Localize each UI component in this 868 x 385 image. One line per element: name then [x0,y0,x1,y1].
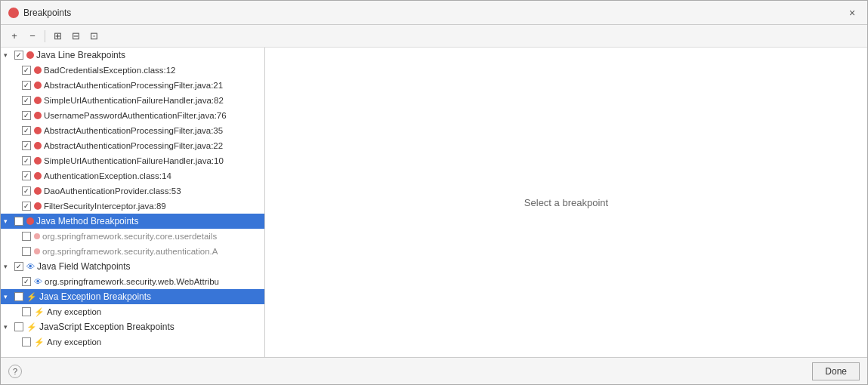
group-java-exception[interactable]: ▾ ⚡ Java Exception Breakpoints [1,289,264,304]
java-method-checkbox[interactable] [14,217,23,226]
red-dot-icon [34,233,40,239]
select-breakpoint-text: Select a breakpoint [524,197,608,208]
eye-icon: 👁 [34,277,42,286]
item-checkbox[interactable] [22,277,31,286]
item-checkbox[interactable] [22,111,31,120]
chevron-icon: ▾ [4,217,11,225]
item-checkbox[interactable] [22,186,31,196]
title-icon [8,8,19,18]
list-item[interactable]: AuthenticationException.class:14 [1,168,264,183]
list-item[interactable]: ⚡ Any exception [1,334,264,350]
red-dot-icon [34,248,40,254]
java-line-label: Java Line Breakpoints [36,50,125,60]
item-checkbox[interactable] [22,81,31,90]
red-dot-icon [34,172,42,180]
js-exception-checkbox[interactable] [14,322,23,331]
item-label: Any exception [47,307,101,316]
item-checkbox[interactable] [22,141,31,150]
item-checkbox[interactable] [22,96,31,105]
list-item[interactable]: AbstractAuthenticationProcessingFilter.j… [1,123,264,138]
red-dot-icon [34,127,42,134]
remove-button[interactable]: − [25,29,40,44]
toolbar: + − ⊞ ⊟ ⊡ [1,25,867,48]
red-dot-icon [34,97,42,104]
red-dot-icon [34,82,42,89]
list-item[interactable]: AbstractAuthenticationProcessingFilter.j… [1,78,264,93]
toolbar-separator [45,30,45,42]
group-java-line[interactable]: ▾ Java Line Breakpoints [1,48,264,63]
item-label: org.springframework.security.authenticat… [42,247,218,256]
group-button[interactable]: ⊞ [50,29,65,44]
list-item[interactable]: org.springframework.security.authenticat… [1,244,264,259]
eye-icon: 👁 [26,262,35,271]
item-checkbox[interactable] [22,66,31,75]
breakpoints-tree: ▾ Java Line Breakpoints BadCredentialsEx… [1,48,265,357]
chevron-icon: ▾ [4,263,11,270]
main-content: ▾ Java Line Breakpoints BadCredentialsEx… [1,48,867,357]
item-label: org.springframework.security.core.userde… [42,232,217,241]
java-field-checkbox[interactable] [14,262,23,271]
red-dot-icon [34,142,42,149]
red-dot-icon [34,157,42,165]
item-label: Any exception [47,337,101,346]
list-item[interactable]: ⚡ Any exception [1,304,264,319]
link-button[interactable]: ⊡ [86,29,101,44]
list-item[interactable]: BadCredentialsException.class:12 [1,63,264,78]
item-label: AuthenticationException.class:14 [44,171,171,180]
group-java-field[interactable]: ▾ 👁 Java Field Watchpoints [1,259,264,274]
lightning-plus-icon: ⚡ [34,307,45,317]
add-button[interactable]: + [7,29,22,44]
lightning-icon: ⚡ [34,337,45,347]
bottom-bar: ? Done [1,357,867,384]
js-exception-label: JavaScript Exception Breakpoints [39,322,175,332]
red-dot-icon [26,51,34,59]
java-field-label: Java Field Watchpoints [37,261,131,272]
item-label: DaoAuthenticationProvider.class:53 [44,186,181,196]
item-checkbox[interactable] [22,232,31,241]
list-item[interactable]: org.springframework.security.core.userde… [1,229,264,244]
group-java-method[interactable]: ▾ Java Method Breakpoints [1,214,264,229]
item-label: AbstractAuthenticationProcessingFilter.j… [44,126,223,135]
right-panel: Select a breakpoint [265,48,867,357]
chevron-icon: ▾ [4,323,11,331]
red-dot-icon [34,202,42,210]
list-item[interactable]: SimpleUrlAuthenticationFailureHandler.ja… [1,153,264,168]
list-item[interactable]: AbstractAuthenticationProcessingFilter.j… [1,138,264,153]
list-item[interactable]: DaoAuthenticationProvider.class:53 [1,183,264,199]
list-item[interactable]: FilterSecurityInterceptor.java:89 [1,199,264,214]
item-checkbox[interactable] [22,337,31,346]
item-checkbox[interactable] [22,156,31,165]
java-exception-label: Java Exception Breakpoints [39,291,151,302]
item-label: AbstractAuthenticationProcessingFilter.j… [44,81,223,90]
item-label: SimpleUrlAuthenticationFailureHandler.ja… [44,96,224,105]
item-label: FilterSecurityInterceptor.java:89 [44,202,166,211]
list-item[interactable]: 👁 org.springframework.security.web.WebAt… [1,274,264,289]
item-checkbox[interactable] [22,307,31,316]
item-label: AbstractAuthenticationProcessingFilter.j… [44,141,223,150]
list-item[interactable]: SimpleUrlAuthenticationFailureHandler.ja… [1,93,264,108]
item-checkbox[interactable] [22,126,31,135]
red-dot-icon [34,112,42,119]
group-js-exception[interactable]: ▾ ⚡ JavaScript Exception Breakpoints [1,319,264,334]
window-title: Breakpoints [23,8,71,18]
java-exception-checkbox[interactable] [14,292,23,301]
breakpoints-window: Breakpoints × + − ⊞ ⊟ ⊡ ▾ Java Line Brea… [0,0,868,385]
java-line-checkbox[interactable] [14,51,23,60]
red-dot-icon [34,187,42,195]
list-item[interactable]: UsernamePasswordAuthenticationFilter.jav… [1,108,264,123]
chevron-icon: ▾ [4,293,11,300]
item-label: SimpleUrlAuthenticationFailureHandler.ja… [44,156,224,165]
close-button[interactable]: × [845,5,860,20]
item-label: BadCredentialsException.class:12 [44,66,176,75]
collapse-button[interactable]: ⊟ [68,29,83,44]
item-checkbox[interactable] [22,171,31,180]
lightning-plus-icon: ⚡ [26,292,37,302]
java-method-label: Java Method Breakpoints [36,216,138,226]
item-label: org.springframework.security.web.WebAttr… [45,277,219,286]
done-button[interactable]: Done [812,362,860,380]
item-checkbox[interactable] [22,247,31,256]
item-checkbox[interactable] [22,202,31,211]
title-bar: Breakpoints × [1,1,867,25]
help-button[interactable]: ? [8,365,22,378]
lightning-icon: ⚡ [26,322,37,332]
